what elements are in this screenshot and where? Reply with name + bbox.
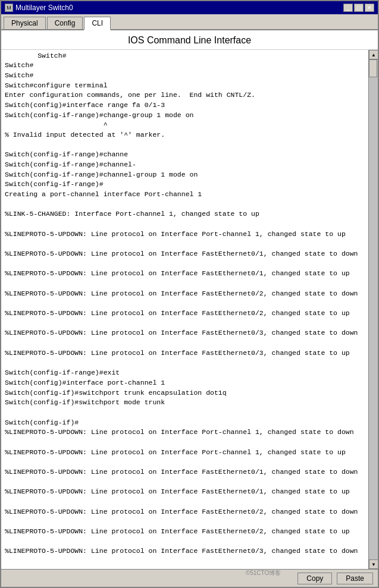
bottom-bar: ©51CTO博客 Copy Paste: [1, 569, 378, 587]
content-area: IOS Command Line Interface Switch# Switc…: [1, 30, 378, 587]
tab-bar: Physical Config CLI: [1, 14, 378, 30]
scroll-down-button[interactable]: ▼: [369, 559, 378, 569]
close-button[interactable]: ✕: [365, 4, 374, 12]
scrollbar[interactable]: ▲ ▼: [368, 50, 378, 569]
tab-config[interactable]: Config: [47, 17, 83, 29]
window-title: Multilayer Switch0: [15, 4, 73, 12]
copy-button[interactable]: Copy: [297, 573, 332, 584]
maximize-button[interactable]: □: [354, 4, 364, 12]
title-bar-left: M Multilayer Switch0: [5, 4, 73, 12]
window-icon: M: [5, 4, 13, 12]
minimize-button[interactable]: _: [343, 4, 353, 12]
terminal-output[interactable]: Switch# Switch# Switch# Switch#configure…: [1, 50, 368, 569]
scroll-track[interactable]: [369, 59, 378, 559]
cli-title: IOS Command Line Interface: [1, 30, 378, 50]
paste-button[interactable]: Paste: [337, 573, 373, 584]
title-bar: M Multilayer Switch0 _ □ ✕: [1, 1, 378, 14]
main-window: M Multilayer Switch0 _ □ ✕ Physical Conf…: [0, 0, 379, 588]
watermark: ©51CTO博客: [246, 569, 281, 577]
scroll-thumb[interactable]: [369, 59, 377, 77]
terminal-area: Switch# Switch# Switch# Switch#configure…: [1, 50, 378, 569]
tab-cli[interactable]: CLI: [84, 17, 111, 30]
title-bar-controls: _ □ ✕: [343, 4, 374, 12]
tab-physical[interactable]: Physical: [4, 17, 46, 29]
scroll-up-button[interactable]: ▲: [369, 50, 378, 59]
